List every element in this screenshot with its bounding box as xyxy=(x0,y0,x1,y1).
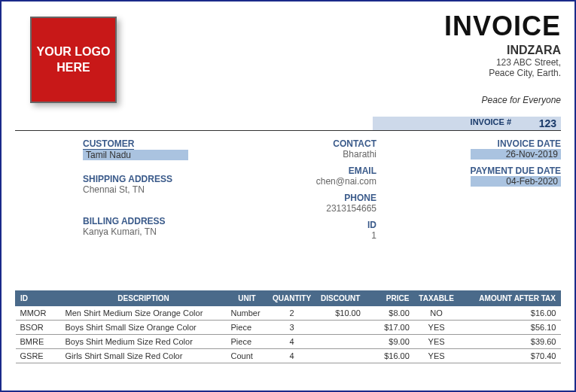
header: YOUR LOGO HERE INVOICE INDZARA 123 ABC S… xyxy=(15,11,561,131)
contact-column: CONTACT Bharathi EMAIL chen@nai.com PHON… xyxy=(256,138,376,247)
cell-desc: Men Shirt Medium Size Orange Color xyxy=(61,306,227,321)
shipping-label: SHIPPING ADDRESS xyxy=(83,174,233,184)
table-header: ID DESCRIPTION UNIT QUANTITY DISCOUNT PR… xyxy=(16,291,561,306)
cell-id: BSOR xyxy=(16,321,61,335)
cell-desc: Boys Shirt Small Size Orange Color xyxy=(61,321,227,335)
invoice-date-label: INVOICE DATE xyxy=(448,138,561,149)
customer-label: CUSTOMER xyxy=(83,138,134,150)
cell-qty: 2 xyxy=(268,306,316,321)
cell-amt: $56.10 xyxy=(459,321,560,335)
table-row: BSORBoys Shirt Small Size Orange ColorPi… xyxy=(16,321,561,335)
invoice-title: INVOICE xyxy=(444,11,561,42)
cell-tax: YES xyxy=(414,335,459,349)
dates-column: INVOICE DATE 26-Nov-2019 PAYMENT DUE DAT… xyxy=(448,138,561,193)
th-amt: AMOUNT AFTER TAX xyxy=(459,291,560,306)
billing-value: Kanya Kumari, TN xyxy=(83,226,233,237)
cell-unit: Piece xyxy=(227,321,268,335)
cell-unit: Count xyxy=(227,349,268,363)
th-qty: QUANTITY xyxy=(268,291,316,306)
company-name: INDZARA xyxy=(444,44,561,57)
invoice-number-label: INVOICE # xyxy=(373,117,516,130)
invoice-date-value: 26-Nov-2019 xyxy=(471,149,561,160)
email-value: chen@nai.com xyxy=(256,176,376,187)
cell-tax: YES xyxy=(414,349,459,363)
th-desc: DESCRIPTION xyxy=(61,291,227,306)
cell-disc: $10.00 xyxy=(316,306,365,321)
cell-id: BMRE xyxy=(16,335,61,349)
cell-price: $8.00 xyxy=(365,306,414,321)
cell-unit: Number xyxy=(227,306,268,321)
th-disc: DISCOUNT xyxy=(316,291,365,306)
th-tax: TAXABLE xyxy=(414,291,459,306)
id-label: ID xyxy=(256,220,376,230)
cell-amt: $39.60 xyxy=(459,335,560,349)
line-items-table: ID DESCRIPTION UNIT QUANTITY DISCOUNT PR… xyxy=(15,290,561,363)
cell-price: $17.00 xyxy=(365,321,414,335)
id-value: 1 xyxy=(256,230,376,241)
cell-desc: Boys Shirt Medium Size Red Color xyxy=(61,335,227,349)
due-date-label: PAYMENT DUE DATE xyxy=(448,166,561,176)
cell-id: GSRE xyxy=(16,349,61,363)
cell-qty: 4 xyxy=(268,349,316,363)
cell-id: MMOR xyxy=(16,306,61,321)
cell-tax: YES xyxy=(414,321,459,335)
billing-label: BILLING ADDRESS xyxy=(83,216,233,226)
invoice-page: YOUR LOGO HERE INVOICE INDZARA 123 ABC S… xyxy=(0,0,576,392)
contact-label: CONTACT xyxy=(256,138,376,149)
cell-price: $16.00 xyxy=(365,349,414,363)
logo-placeholder: YOUR LOGO HERE xyxy=(30,17,117,103)
cell-disc xyxy=(316,335,365,349)
table-row: GSREGirls Shirt Small Size Red ColorCoun… xyxy=(16,349,561,363)
cell-tax: NO xyxy=(414,306,459,321)
cell-qty: 4 xyxy=(268,335,316,349)
info-section: CUSTOMER Tamil Nadu SHIPPING ADDRESS Che… xyxy=(15,135,561,286)
header-right: INVOICE INDZARA 123 ABC Street, Peace Ci… xyxy=(444,11,561,105)
th-id: ID xyxy=(16,291,61,306)
table-row: MMORMen Shirt Medium Size Orange ColorNu… xyxy=(16,306,561,321)
invoice-number-row: INVOICE # 123 xyxy=(373,117,561,130)
company-addr1: 123 ABC Street, xyxy=(444,57,561,68)
phone-value: 2313154665 xyxy=(256,203,376,214)
cell-desc: Girls Shirt Small Size Red Color xyxy=(61,349,227,363)
company-addr2: Peace City, Earth. xyxy=(444,68,561,78)
cell-qty: 3 xyxy=(268,321,316,335)
customer-value: Tamil Nadu xyxy=(83,150,188,160)
invoice-number-value: 123 xyxy=(516,117,561,130)
contact-value: Bharathi xyxy=(256,149,376,160)
cell-disc xyxy=(316,321,365,335)
logo-text: YOUR LOGO HERE xyxy=(32,44,115,76)
cell-unit: Piece xyxy=(227,335,268,349)
cell-disc xyxy=(316,349,365,363)
email-label: EMAIL xyxy=(256,166,376,176)
tagline: Peace for Everyone xyxy=(444,95,561,105)
phone-label: PHONE xyxy=(256,193,376,203)
cell-price: $9.00 xyxy=(365,335,414,349)
th-unit: UNIT xyxy=(227,291,268,306)
table-body: MMORMen Shirt Medium Size Orange ColorNu… xyxy=(16,306,561,363)
shipping-value: Chennai St, TN xyxy=(83,184,233,195)
due-date-value: 04-Feb-2020 xyxy=(471,176,561,187)
th-price: PRICE xyxy=(365,291,414,306)
cell-amt: $70.40 xyxy=(459,349,560,363)
cell-amt: $16.00 xyxy=(459,306,560,321)
customer-column: CUSTOMER Tamil Nadu SHIPPING ADDRESS Che… xyxy=(83,138,233,243)
table-row: BMREBoys Shirt Medium Size Red ColorPiec… xyxy=(16,335,561,349)
